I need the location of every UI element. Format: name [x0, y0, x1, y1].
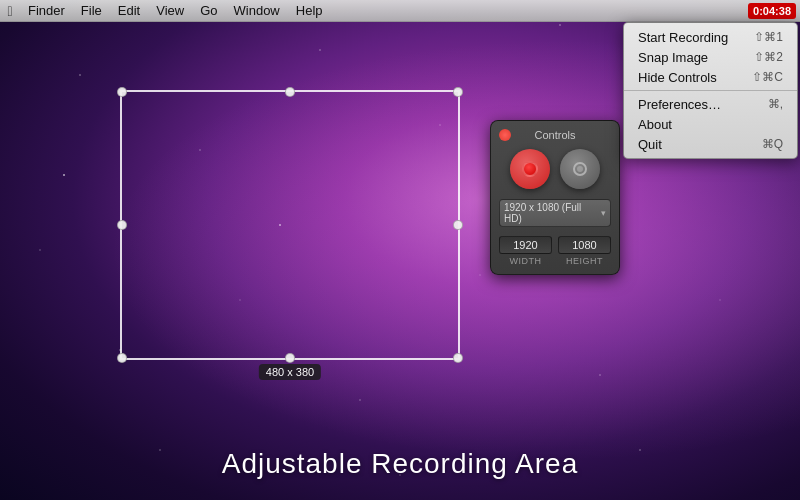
handle-middle-right[interactable] [453, 220, 463, 230]
menubar-right: 0:04:38 [748, 3, 800, 19]
ctx-about[interactable]: About [624, 114, 797, 134]
ctx-preferences[interactable]: Preferences… ⌘, [624, 94, 797, 114]
controls-panel: Controls 1920 x 1080 (Full HD) ▾ WIDTH H… [490, 120, 620, 275]
controls-buttons [499, 149, 611, 189]
size-tooltip: 480 x 380 [259, 364, 321, 380]
desktop:  Finder File Edit View Go Window Help 0… [0, 0, 800, 500]
recording-area[interactable]: 480 x 380 [120, 90, 460, 360]
context-menu: Start Recording ⇧⌘1 Snap Image ⇧⌘2 Hide … [623, 22, 798, 159]
handle-middle-left[interactable] [117, 220, 127, 230]
menu-window[interactable]: Window [226, 0, 288, 22]
record-button[interactable] [510, 149, 550, 189]
ctx-start-recording[interactable]: Start Recording ⇧⌘1 [624, 27, 797, 47]
menu-go[interactable]: Go [192, 0, 225, 22]
controls-title-bar: Controls [499, 129, 611, 141]
bottom-text: Adjustable Recording Area [0, 448, 800, 480]
menu-file[interactable]: File [73, 0, 110, 22]
ctx-separator-1 [624, 90, 797, 91]
handle-top-right[interactable] [453, 87, 463, 97]
handle-bottom-right[interactable] [453, 353, 463, 363]
snap-button[interactable] [560, 149, 600, 189]
menubar:  Finder File Edit View Go Window Help 0… [0, 0, 800, 22]
controls-title: Controls [535, 129, 576, 141]
width-input[interactable] [499, 236, 552, 254]
record-icon [522, 161, 538, 177]
menu-view[interactable]: View [148, 0, 192, 22]
recording-time-badge: 0:04:38 [748, 3, 796, 19]
apple-menu[interactable]:  [0, 0, 20, 22]
ctx-snap-image[interactable]: Snap Image ⇧⌘2 [624, 47, 797, 67]
handle-bottom-left[interactable] [117, 353, 127, 363]
resolution-select[interactable]: 1920 x 1080 (Full HD) ▾ [499, 199, 611, 227]
width-label: WIDTH [499, 256, 552, 266]
handle-bottom-center[interactable] [285, 353, 295, 363]
controls-close-button[interactable] [499, 129, 511, 141]
menu-help[interactable]: Help [288, 0, 331, 22]
ctx-hide-controls[interactable]: Hide Controls ⇧⌘C [624, 67, 797, 87]
height-label: HEIGHT [558, 256, 611, 266]
resolution-label: 1920 x 1080 (Full HD) [504, 202, 601, 224]
handle-top-center[interactable] [285, 87, 295, 97]
menu-edit[interactable]: Edit [110, 0, 148, 22]
ctx-quit[interactable]: Quit ⌘Q [624, 134, 797, 154]
height-input[interactable] [558, 236, 611, 254]
width-field: WIDTH [499, 235, 552, 266]
handle-top-left[interactable] [117, 87, 127, 97]
height-field: HEIGHT [558, 235, 611, 266]
menu-finder[interactable]: Finder [20, 0, 73, 22]
wh-inputs: WIDTH HEIGHT [499, 235, 611, 266]
chevron-down-icon: ▾ [601, 208, 606, 218]
snap-icon [573, 162, 587, 176]
